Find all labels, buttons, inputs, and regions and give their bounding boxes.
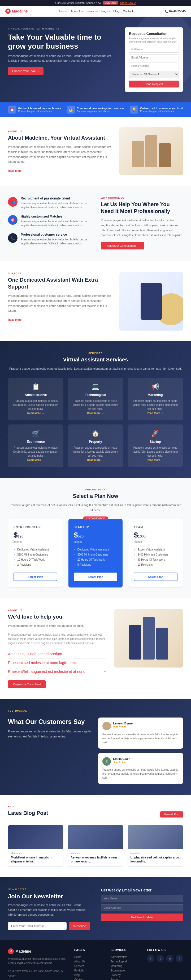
footer-services-links: Administrative Technological Marketing E…: [110, 955, 140, 980]
feature-icon-0: 👥: [8, 197, 17, 207]
blog-card-0[interactable]: Madeline Morbilaort ornare in mauris in …: [8, 825, 63, 867]
service-card-5[interactable]: 🚀 Startup Praesent augue est molestie et…: [128, 425, 183, 467]
hero-cta-button[interactable]: Choose Your Plan →: [8, 67, 44, 75]
form-email-input[interactable]: [129, 54, 179, 61]
assistant-content: SUPPORT One Dedicated Assistant With Ext…: [8, 272, 111, 321]
blog-card-1[interactable]: Madeline Aenean maecenas facilisis a nam…: [68, 825, 123, 867]
blog-card-2[interactable]: Madeline Ut pharetra sed velit ut sapien…: [128, 825, 183, 867]
testi-main: What Our Customers Say Praesent augue es…: [8, 718, 93, 784]
blog-view-all-button[interactable]: View All Post: [160, 811, 183, 818]
instagram-icon[interactable]: in: [166, 955, 174, 962]
newsletter-form: Get Free Update: [101, 895, 183, 921]
plan-feature-1-0: Dedicated Virtual Assistant: [74, 547, 117, 552]
nl-email-input[interactable]: [101, 904, 183, 912]
stat-icon-1: 💰: [67, 106, 75, 113]
plan-select-0[interactable]: Select Plan: [14, 573, 57, 581]
twitter-icon[interactable]: t: [156, 955, 164, 962]
footer-svc-tech[interactable]: Technological: [110, 959, 140, 964]
service-read-more-3[interactable]: Read More →: [27, 458, 44, 461]
accordion-item-1[interactable]: Praesent sed molestie at nunc fugiils fe…: [8, 659, 106, 667]
service-card-3[interactable]: 🛒 Ecommerce Praesent augue est molestie …: [8, 425, 63, 467]
features-cta-button[interactable]: Request A Consultation →: [101, 242, 144, 250]
testi-card-0: L Lennon Byrne ★★★★★ Praesent augue est …: [98, 718, 183, 749]
form-service-select[interactable]: Preferred VA Service 1: [129, 71, 179, 78]
service-read-more-5[interactable]: Read More →: [147, 458, 164, 461]
service-card-2[interactable]: 📢 Marketing Praesent augue est molestie …: [128, 378, 183, 420]
services-section: SERVICES Virtual Assistant Services Prae…: [0, 341, 191, 477]
accordion-item-0[interactable]: Amet sit quis non eget id pretium +: [8, 650, 106, 659]
footer-pages-links: Home About Us Services Portfolio Blog Co…: [74, 955, 104, 980]
plan-features-1: Dedicated Virtual Assistant $200 Minimum…: [74, 547, 117, 567]
blog-meta-2: Madeline: [131, 852, 180, 854]
service-card-4[interactable]: 🏠 Property Praesent augue est molestie e…: [68, 425, 123, 467]
plan-select-2[interactable]: Select Plan: [134, 573, 177, 581]
stat-item-1: 💰 Compound time savings into success Pra…: [67, 106, 125, 113]
service-card-0[interactable]: 📋 Administrative Praesent augue est mole…: [8, 378, 63, 420]
newsletter-subscribe-button[interactable]: Subscribe: [69, 922, 90, 930]
service-icon-1: 💻: [72, 383, 119, 390]
footer-svc-admin[interactable]: Administrative: [110, 955, 140, 959]
footer-svc-mkt[interactable]: Marketing: [110, 964, 140, 968]
footer-col-2-title: Services: [110, 948, 140, 951]
features-list: 👥 Recruitment of passionate talent Praes…: [8, 197, 90, 251]
service-desc-1: Praesent augue est molestie et netus iac…: [72, 399, 119, 411]
consult-button[interactable]: Request a Consultant: [8, 680, 46, 688]
plan-select-1[interactable]: Select Plan: [74, 573, 117, 581]
order-now-link[interactable]: Order Now ↗: [120, 2, 136, 5]
footer-svc-prop[interactable]: Property: [110, 973, 140, 977]
plan-feature-0-1: $200 Minimum Customers: [14, 552, 57, 557]
footer-svc-startup[interactable]: Startup: [110, 977, 140, 980]
footer-link-portfolio[interactable]: Portfolio: [74, 968, 104, 973]
facebook-icon[interactable]: f: [147, 955, 155, 962]
stat-icon-2: 🏆: [130, 106, 138, 113]
service-icon-3: 🛒: [12, 430, 59, 437]
service-icon-0: 📋: [12, 383, 59, 390]
service-read-more-2[interactable]: Read More →: [147, 412, 164, 415]
help-person-1: [129, 625, 141, 660]
footer-link-blog[interactable]: Blog: [74, 973, 104, 977]
form-submit-button[interactable]: Send Request: [129, 81, 179, 88]
stats-bar: ⏰ Get back hours of time each week Praes…: [0, 102, 191, 117]
pricing-section: PRICING PLAN Select a Plan Now Praesent …: [0, 477, 191, 598]
features-tag: WHY CHOOSE US: [101, 197, 183, 199]
footer-link-about[interactable]: About Us: [74, 959, 104, 964]
nav-pages[interactable]: Pages: [101, 10, 110, 13]
about-read-more[interactable]: Read More →: [8, 169, 25, 172]
linkedin-icon[interactable]: li: [175, 955, 183, 962]
nav-services[interactable]: Services: [87, 10, 98, 13]
plan-feature-2-1: $400 Minimum Customers: [134, 552, 177, 557]
price-card-1: RECOMMENDED STARTUP $520 /month Dedicate…: [68, 519, 123, 588]
footer-link-services[interactable]: Services: [74, 964, 104, 968]
service-read-more-0[interactable]: Read More →: [27, 412, 44, 415]
footer-social: f t in li: [147, 955, 183, 962]
service-read-more-1[interactable]: Read More →: [87, 412, 104, 415]
plan-feature-1-1: $200 Minimum Customers: [74, 552, 117, 557]
footer-svc-ecom[interactable]: Ecommerce: [110, 968, 140, 973]
nl-submit-button[interactable]: Get Free Update: [101, 913, 183, 921]
services-desc: Praesent augue est molestie et netus iac…: [8, 366, 183, 371]
about-content: ABOUT US About Madeline, Your Virtual As…: [8, 130, 111, 173]
assistant-read-more[interactable]: Read More →: [8, 318, 25, 321]
nav-blog[interactable]: Blog: [113, 10, 119, 13]
form-phone-input[interactable]: [129, 62, 179, 69]
footer-col-3-title: Follow Us: [147, 948, 183, 951]
service-card-1[interactable]: 💻 Technological Praesent augue est moles…: [68, 378, 123, 420]
nav-home[interactable]: Home: [59, 10, 67, 13]
nl-name-input[interactable]: [101, 895, 183, 902]
blog-header: Lates Blog Post View All Post: [8, 810, 183, 819]
footer-contact: 1234 North Avenue Luke Lane, South Bend,…: [8, 969, 68, 980]
features-section: 👥 Recruitment of passionate talent Praes…: [0, 186, 191, 261]
service-read-more-4[interactable]: Read More →: [87, 458, 104, 461]
footer-link-contact[interactable]: Contact: [74, 977, 104, 980]
footer-link-home[interactable]: Home: [74, 955, 104, 959]
plan-period-2: /month: [134, 540, 177, 543]
about-img-container: [119, 127, 183, 175]
service-desc-4: Praesent augue est molestie et netus iac…: [72, 446, 119, 458]
accordion-item-2[interactable]: Praesent/felit augue est est molestie et…: [8, 667, 106, 676]
newsletter-email-input[interactable]: [8, 922, 66, 930]
nav-contact[interactable]: Contact: [123, 10, 133, 13]
nav-about[interactable]: About Us: [71, 10, 83, 13]
form-name-input[interactable]: [129, 46, 179, 52]
testi-author-1: E Emilia Gwen ★★★★★: [103, 757, 179, 766]
plan-price-0: $120: [14, 531, 57, 539]
